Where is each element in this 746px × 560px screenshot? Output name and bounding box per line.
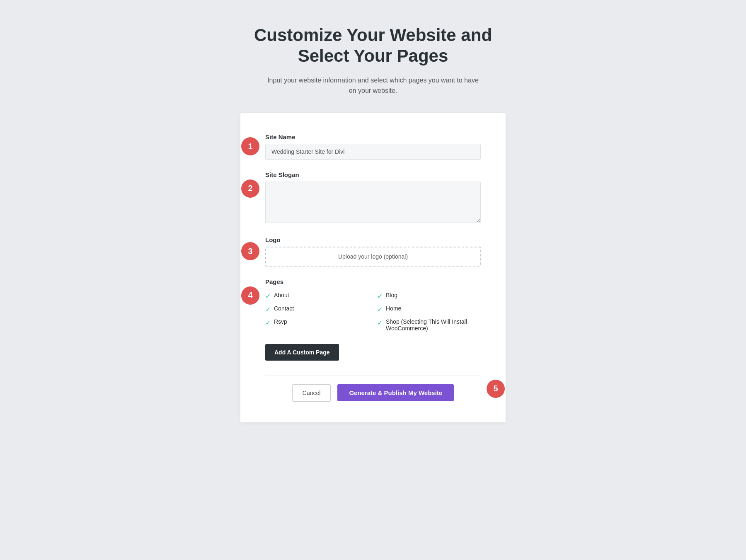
site-slogan-label: Site Slogan [265,171,481,178]
pages-section: 4 Pages ✓ About ✓ Blog ✓ Contact ✓ Home … [265,278,481,332]
cancel-button[interactable]: Cancel [292,384,331,402]
page-item-blog[interactable]: ✓ Blog [377,292,481,300]
check-icon-shop: ✓ [377,319,383,327]
add-custom-section: Add A Custom Page [265,344,481,361]
page-name-home: Home [386,305,401,312]
page-header: Customize Your Website and Select Your P… [254,25,492,96]
form-card: 1 Site Name 2 Site Slogan 3 Logo Upload … [240,113,506,422]
step-badge-1: 1 [241,137,259,155]
add-custom-button[interactable]: Add A Custom Page [265,344,339,361]
site-name-input[interactable] [265,144,481,160]
step-badge-2: 2 [241,179,259,198]
page-title: Customize Your Website and Select Your P… [254,25,492,67]
page-item-home[interactable]: ✓ Home [377,305,481,313]
page-subtitle: Input your website information and selec… [254,75,492,96]
step-badge-4: 4 [241,286,259,305]
pages-label: Pages [265,278,481,285]
page-name-shop: Shop (Selecting This Will Install WooCom… [386,318,481,332]
page-item-contact[interactable]: ✓ Contact [265,305,369,313]
page-name-contact: Contact [274,305,294,312]
check-icon-contact: ✓ [265,305,271,313]
logo-field: 3 Logo Upload your logo (optional) [265,236,481,267]
site-slogan-field: 2 Site Slogan [265,171,481,225]
page-name-about: About [274,292,289,298]
step-badge-3: 3 [241,242,259,260]
page-item-about[interactable]: ✓ About [265,292,369,300]
pages-grid: ✓ About ✓ Blog ✓ Contact ✓ Home ✓ Rsvp ✓ [265,292,481,332]
publish-button[interactable]: Generate & Publish My Website [337,384,454,401]
check-icon-about: ✓ [265,292,271,300]
check-icon-rsvp: ✓ [265,319,271,327]
logo-label: Logo [265,236,481,243]
site-slogan-input[interactable] [265,182,481,223]
page-item-rsvp[interactable]: ✓ Rsvp [265,318,369,332]
footer-actions: Cancel Generate & Publish My Website 5 [265,376,481,402]
page-item-shop[interactable]: ✓ Shop (Selecting This Will Install WooC… [377,318,481,332]
logo-upload-area[interactable]: Upload your logo (optional) [265,247,481,267]
upload-text: Upload your logo (optional) [338,253,408,260]
site-name-label: Site Name [265,133,481,141]
site-name-field: 1 Site Name [265,133,481,160]
step-badge-5: 5 [487,380,505,398]
page-name-rsvp: Rsvp [274,318,287,325]
page-name-blog: Blog [386,292,397,298]
check-icon-home: ✓ [377,305,383,313]
check-icon-blog: ✓ [377,292,383,300]
